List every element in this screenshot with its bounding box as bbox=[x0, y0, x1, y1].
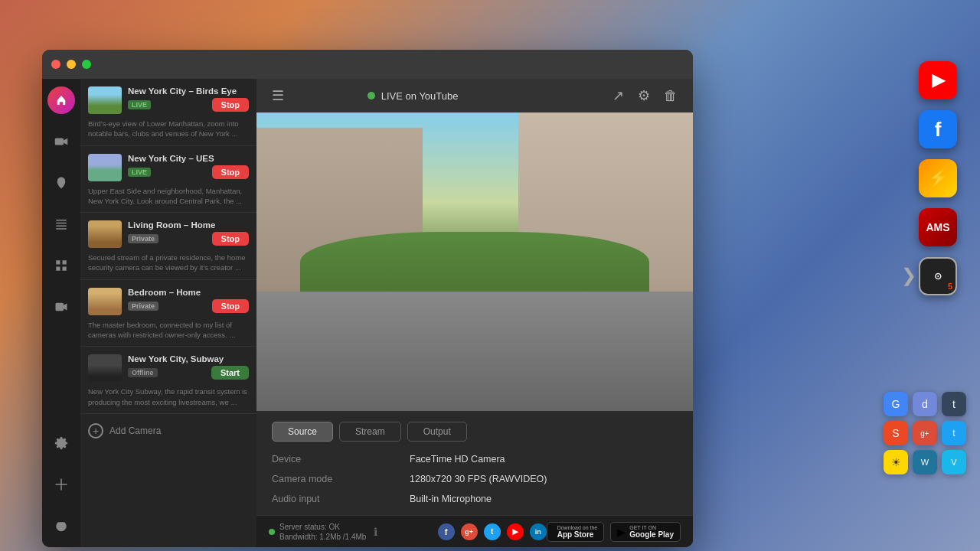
sidebar-item-power[interactable] bbox=[47, 512, 75, 540]
camera-item-1[interactable]: New York City – UES LIVE Stop Upper East… bbox=[80, 146, 256, 214]
share-button[interactable]: ↗ bbox=[609, 84, 627, 107]
video-preview bbox=[256, 112, 693, 411]
camera-name-3: Bedroom – Home bbox=[128, 288, 249, 297]
camera-name-0: New York City – Birds Eye bbox=[128, 86, 249, 96]
camera-item-4[interactable]: New York City, Subway Offline Start New … bbox=[80, 347, 256, 414]
stop-button-0[interactable]: Stop bbox=[212, 98, 249, 112]
info-grid: Device FaceTime HD Camera Camera mode 12… bbox=[272, 454, 678, 504]
app-icon-vimeo[interactable]: V bbox=[942, 450, 966, 474]
camera-desc-4: New York City Subway, the rapid transit … bbox=[88, 386, 249, 407]
live-text: LIVE on YouTube bbox=[381, 90, 459, 102]
sidebar-item-home[interactable] bbox=[47, 86, 75, 114]
camera-desc-2: Secured stream of a private residence, t… bbox=[88, 253, 249, 273]
status-text: Server status: OK Bandwidth: 1.2Mb /1.4M… bbox=[279, 522, 366, 542]
social-googleplus[interactable]: g+ bbox=[461, 523, 478, 540]
maximize-button[interactable] bbox=[82, 60, 91, 69]
video-container bbox=[256, 112, 693, 411]
tab-row: Source Stream Output bbox=[272, 422, 678, 442]
camera-name-4: New York City, Subway bbox=[128, 354, 249, 364]
add-circle-icon: + bbox=[88, 423, 103, 439]
app-icon-discord[interactable]: d bbox=[913, 392, 937, 416]
controls-area: Source Stream Output Device FaceTime HD … bbox=[256, 411, 693, 515]
svg-rect-16 bbox=[56, 484, 67, 485]
app-icon-yellow[interactable]: ☀ bbox=[884, 450, 908, 474]
app-icon-google[interactable]: G bbox=[884, 392, 908, 416]
status-dot bbox=[269, 529, 275, 535]
sidebar-item-cameras[interactable] bbox=[47, 128, 75, 155]
stop-button-1[interactable]: Stop bbox=[212, 165, 249, 179]
camera-mode-value: 980x551 30 FPS (RAWVIDEO) bbox=[410, 474, 678, 484]
right-sidebar: ▶ f ⚡ AMS ⊙ 5 bbox=[919, 61, 957, 295]
app-icon-twitter[interactable]: t bbox=[942, 421, 966, 445]
svg-rect-4 bbox=[56, 220, 67, 221]
app-icon-thunder[interactable]: ⚡ bbox=[919, 159, 957, 197]
camera-list: New York City – Birds Eye LIVE Stop Bird… bbox=[80, 79, 256, 547]
status-badge-4: Offline bbox=[128, 368, 158, 377]
audio-input-value: Built-in Microphone bbox=[410, 494, 678, 504]
camera-thumb-4 bbox=[88, 354, 122, 382]
sidebar-icons bbox=[42, 79, 80, 547]
live-indicator: LIVE on YouTube bbox=[368, 90, 459, 102]
app-badges: Download on the App Store ▶ GET IT ON Go… bbox=[547, 522, 681, 542]
audio-input-label: Audio input bbox=[272, 494, 394, 504]
sidebar-item-list[interactable] bbox=[47, 210, 75, 238]
camera-item-3[interactable]: Bedroom – Home Private Stop The master b… bbox=[80, 280, 256, 347]
app-icon-facebook[interactable]: f bbox=[919, 110, 957, 148]
titlebar bbox=[42, 50, 693, 79]
device-value: FaceTime HD Camera bbox=[410, 454, 678, 465]
tab-source[interactable]: Source bbox=[272, 422, 333, 442]
traffic-lights bbox=[51, 60, 91, 69]
google-play-badge[interactable]: ▶ GET IT ON Google Play bbox=[610, 522, 681, 542]
tab-output[interactable]: Output bbox=[407, 422, 467, 442]
app-row-1: G d t bbox=[884, 392, 966, 416]
svg-rect-10 bbox=[56, 267, 60, 271]
app-icon-ams[interactable]: AMS bbox=[919, 208, 957, 246]
app-icon-stumble[interactable]: S bbox=[884, 421, 908, 445]
live-dot bbox=[368, 92, 375, 99]
close-button[interactable] bbox=[51, 60, 60, 69]
camera-thumb-2 bbox=[88, 220, 122, 248]
tab-stream[interactable]: Stream bbox=[339, 422, 401, 442]
svg-rect-12 bbox=[56, 303, 64, 311]
stop-button-3[interactable]: Stop bbox=[212, 299, 249, 313]
social-linkedin[interactable]: in bbox=[530, 523, 547, 540]
add-camera-button[interactable]: + Add Camera bbox=[80, 414, 256, 448]
delete-button[interactable]: 🗑 bbox=[661, 84, 681, 107]
app-icon-s5[interactable]: ⊙ 5 bbox=[919, 257, 957, 295]
start-button-4[interactable]: Start bbox=[211, 366, 249, 380]
sidebar-item-video[interactable] bbox=[47, 293, 75, 321]
minimize-button[interactable] bbox=[67, 60, 76, 69]
stop-button-2[interactable]: Stop bbox=[212, 232, 249, 246]
camera-info-1: New York City – UES LIVE Stop bbox=[128, 154, 249, 179]
sidebar-item-location[interactable] bbox=[47, 169, 75, 197]
menu-button[interactable]: ☰ bbox=[269, 84, 287, 107]
app-icon-youtube[interactable]: ▶ bbox=[919, 61, 957, 99]
bottom-app-icons: G d t S g+ t ☀ W V bbox=[884, 392, 966, 474]
google-play-icon: ▶ bbox=[617, 526, 626, 538]
chevron-right-icon[interactable]: ❯ bbox=[897, 256, 920, 295]
settings-button[interactable]: ⚙ bbox=[635, 84, 653, 107]
sidebar-item-plus[interactable] bbox=[47, 471, 75, 498]
social-twitter[interactable]: t bbox=[484, 523, 501, 540]
app-store-badge[interactable]: Download on the App Store bbox=[547, 522, 605, 542]
camera-info-2: Living Room – Home Private Stop bbox=[128, 220, 249, 246]
app-icon-gplus[interactable]: g+ bbox=[913, 421, 937, 445]
top-bar-actions: ↗ ⚙ 🗑 bbox=[609, 84, 681, 107]
app-icon-tumblr[interactable]: t bbox=[942, 392, 966, 416]
camera-item-0[interactable]: New York City – Birds Eye LIVE Stop Bird… bbox=[80, 79, 256, 146]
sidebar-item-grid[interactable] bbox=[47, 252, 75, 279]
svg-rect-11 bbox=[63, 267, 67, 271]
camera-desc-1: Upper East Side and neighborhood, Manhat… bbox=[88, 186, 249, 207]
camera-item-2[interactable]: Living Room – Home Private Stop Secured … bbox=[80, 213, 256, 280]
camera-info-0: New York City – Birds Eye LIVE Stop bbox=[128, 86, 249, 112]
social-facebook[interactable]: f bbox=[438, 523, 455, 540]
google-play-sub: GET IT ON bbox=[629, 525, 674, 530]
camera-info-3: Bedroom – Home Private Stop bbox=[128, 288, 249, 313]
camera-desc-3: The master bedroom, connected to my list… bbox=[88, 320, 249, 341]
social-youtube[interactable]: ▶ bbox=[507, 523, 524, 540]
device-label: Device bbox=[272, 454, 394, 465]
app-icon-wordpress[interactable]: W bbox=[913, 450, 937, 474]
camera-thumb-3 bbox=[88, 288, 122, 315]
main-content: ☰ LIVE on YouTube ↗ ⚙ 🗑 bbox=[256, 79, 693, 547]
sidebar-item-settings[interactable] bbox=[47, 429, 75, 457]
